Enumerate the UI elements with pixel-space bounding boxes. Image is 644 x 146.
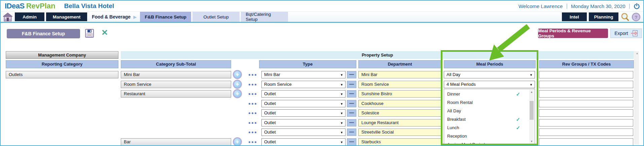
type-select[interactable]: Outlet▼ bbox=[261, 119, 346, 126]
chevron-down-icon: ▼ bbox=[530, 81, 533, 88]
row-options-dots[interactable] bbox=[245, 81, 260, 88]
row-options-dots[interactable] bbox=[245, 119, 260, 126]
tab-fb-finance-setup[interactable]: F&B Finance Setup bbox=[140, 12, 191, 22]
department-field[interactable]: Sunshine Bistro bbox=[358, 90, 441, 98]
row-options-dots[interactable] bbox=[245, 138, 260, 146]
intel-button[interactable]: Intel bbox=[562, 12, 587, 21]
help-icon[interactable]: ? bbox=[632, 12, 641, 22]
tab-bqt-catering-setup[interactable]: Bqt/Catering Setup bbox=[241, 12, 288, 22]
chevron-down-icon: ▼ bbox=[340, 139, 343, 146]
type-select[interactable]: Outlet▼ bbox=[261, 129, 346, 136]
current-date: Monday March 30, 2020 bbox=[571, 3, 625, 9]
department-field[interactable]: Cookhouse bbox=[358, 100, 441, 107]
row-options-dots[interactable] bbox=[245, 90, 260, 98]
admin-button[interactable]: Admin bbox=[15, 12, 44, 21]
department-field[interactable]: Room Service bbox=[358, 81, 441, 88]
rev-groups-field[interactable] bbox=[539, 81, 633, 88]
breadcrumb[interactable]: Food & Beverage bbox=[92, 14, 131, 20]
remove-row-button[interactable]: — bbox=[347, 138, 356, 146]
planning-button[interactable]: Planning bbox=[589, 12, 618, 21]
scroll-up-icon[interactable]: ▲ bbox=[529, 90, 534, 94]
row-options-dots[interactable] bbox=[245, 100, 260, 107]
chevron-down-icon: ▼ bbox=[340, 72, 343, 78]
rev-groups-field[interactable] bbox=[539, 129, 633, 136]
meal-periods-dropdown-panel: Dinner✓Room RentalAll DayBreakfast✓Lunch… bbox=[444, 89, 535, 145]
cancel-x-icon[interactable]: ✕ bbox=[100, 28, 109, 37]
meal-periods-revenue-groups-button[interactable]: Meal Periods & Revenue Groups bbox=[538, 29, 608, 38]
type-select[interactable]: Outlet▼ bbox=[261, 138, 346, 146]
remove-row-button[interactable]: — bbox=[347, 109, 356, 117]
meal-period-option[interactable]: Reception bbox=[444, 132, 528, 140]
type-select[interactable]: Room Service▼ bbox=[261, 81, 346, 88]
row-options-dots[interactable] bbox=[245, 109, 260, 117]
row-options-dots[interactable] bbox=[245, 129, 260, 136]
rev-groups-field[interactable] bbox=[539, 71, 633, 78]
meal-period-option[interactable]: All Day bbox=[444, 107, 528, 115]
rev-groups-field[interactable] bbox=[539, 100, 633, 107]
management-button[interactable]: Management bbox=[46, 12, 87, 21]
remove-row-button[interactable]: — bbox=[347, 129, 356, 136]
rev-groups-field[interactable] bbox=[539, 90, 633, 98]
category-sub-total-field[interactable]: Restaurant bbox=[121, 90, 231, 98]
department-field[interactable]: Mini Bar bbox=[358, 71, 441, 78]
remove-row-button[interactable]: — bbox=[347, 71, 356, 78]
remove-row-button[interactable]: — bbox=[347, 119, 356, 126]
reporting-category-field[interactable]: Outlets bbox=[6, 71, 118, 78]
property-setup-header: Property Setup bbox=[121, 51, 634, 59]
meal-period-select[interactable]: All Day▼ bbox=[444, 71, 535, 78]
rev-groups-field[interactable] bbox=[539, 109, 633, 117]
main-nav-bar: Admin Management Food & Beverage ▶ F&B F… bbox=[1, 12, 643, 23]
type-select[interactable]: Mini Bar▼ bbox=[261, 71, 346, 78]
remove-row-button[interactable]: — bbox=[347, 81, 356, 88]
add-row-button[interactable]: + bbox=[233, 80, 242, 89]
meal-period-option[interactable]: Lunch✓ bbox=[444, 123, 528, 132]
save-icon[interactable] bbox=[85, 29, 94, 39]
type-select[interactable]: Outlet▼ bbox=[261, 90, 346, 98]
rev-groups-field[interactable] bbox=[539, 138, 633, 146]
category-sub-total-field[interactable]: Room Service bbox=[121, 81, 231, 88]
check-icon: ✓ bbox=[516, 123, 520, 132]
tab-outlet-setup[interactable]: Outlet Setup bbox=[192, 12, 240, 22]
rev-groups-field[interactable] bbox=[539, 119, 633, 126]
row-options-dots[interactable] bbox=[245, 71, 260, 78]
meal-period-option[interactable]: Assign Meal Periods bbox=[444, 140, 528, 144]
scroll-down-icon[interactable]: ▼ bbox=[529, 139, 534, 144]
department-field[interactable]: Lounge Restaurant bbox=[358, 119, 441, 126]
meal-period-option[interactable]: Dinner✓ bbox=[444, 90, 528, 98]
department-field[interactable]: Starbucks bbox=[358, 138, 441, 146]
column-header-rev-groups: Rev Groups / TX Codes bbox=[539, 60, 634, 68]
page-title-button[interactable]: F&B Finance Setup bbox=[7, 29, 80, 38]
search-icon[interactable] bbox=[620, 12, 630, 22]
type-select[interactable]: Outlet▼ bbox=[261, 109, 346, 117]
category-sub-total-field[interactable]: Mini Bar bbox=[121, 71, 231, 78]
app-window: IDeaS RevPlan Bella Vista Hotel Welcome … bbox=[0, 0, 644, 146]
welcome-text[interactable]: Welcome Lawrence bbox=[518, 3, 563, 9]
svg-text:?: ? bbox=[635, 14, 638, 20]
chevron-down-icon: ▼ bbox=[340, 129, 343, 136]
breadcrumb-arrow-icon: ▶ bbox=[133, 14, 137, 20]
meal-period-select[interactable]: 4 Meal Periods▼ bbox=[444, 81, 535, 88]
add-row-button[interactable]: + bbox=[233, 89, 242, 98]
remove-row-button[interactable]: — bbox=[347, 90, 356, 98]
table-scroll-up-icon[interactable]: ▲ bbox=[635, 52, 639, 55]
home-icon[interactable] bbox=[3, 12, 13, 22]
add-row-button[interactable]: + bbox=[233, 137, 242, 146]
dropdown-scrollbar[interactable]: ▲ ▼ bbox=[529, 90, 534, 144]
top-header-bar: IDeaS RevPlan Bella Vista Hotel Welcome … bbox=[1, 1, 643, 12]
department-field[interactable]: Streetville Social bbox=[358, 129, 441, 136]
ideas-logo: IDeaS bbox=[5, 2, 25, 10]
type-select[interactable]: Outlet▼ bbox=[261, 100, 346, 107]
logout-power-icon[interactable] bbox=[634, 3, 640, 9]
export-door-arrow-icon bbox=[631, 30, 638, 37]
revplan-logo: RevPlan bbox=[26, 2, 56, 10]
meal-period-option[interactable]: Breakfast✓ bbox=[444, 115, 528, 123]
export-button[interactable]: Export bbox=[610, 29, 642, 38]
meal-period-option[interactable]: Room Rental bbox=[444, 98, 528, 107]
remove-row-button[interactable]: — bbox=[347, 100, 356, 107]
table-scrollbar[interactable]: ▲ bbox=[635, 51, 639, 145]
scrollbar-thumb[interactable] bbox=[530, 101, 534, 120]
category-sub-total-field[interactable]: Bar bbox=[121, 138, 231, 146]
add-row-button[interactable]: + bbox=[233, 70, 242, 79]
department-field[interactable]: Solestice bbox=[358, 109, 441, 117]
export-label: Export bbox=[614, 31, 628, 36]
